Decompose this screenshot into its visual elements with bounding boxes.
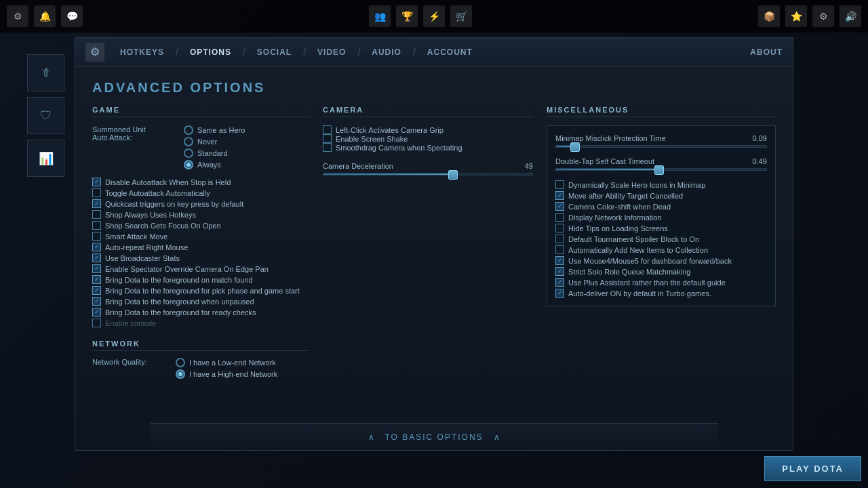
cb-shop-hotkeys-box[interactable] xyxy=(92,210,101,219)
cb-smart-attack[interactable]: Smart Attack Move xyxy=(92,232,309,241)
radio-high-end[interactable]: I have a High-end Network xyxy=(176,369,277,379)
cb-tournament-spoiler-box[interactable] xyxy=(555,235,564,243)
nav-about[interactable]: ABOUT xyxy=(750,47,783,57)
cb-foreground-unpause-box[interactable] xyxy=(92,297,101,306)
cb-camera-colorshift-box[interactable] xyxy=(555,202,564,211)
cb-foreground-match[interactable]: Bring Dota to the foreground on match fo… xyxy=(92,275,309,284)
cb-hide-tips-box[interactable] xyxy=(555,224,564,232)
cb-display-network[interactable]: Display Network Information xyxy=(555,213,767,222)
radio-same-as-hero[interactable]: Same as Hero xyxy=(184,125,245,135)
game-checkbox-list: Disable Autoattack When Stop is Held Tog… xyxy=(92,178,309,327)
cb-mouse45-label: Use Mouse4/Mouse5 for dashboard forward/… xyxy=(568,257,732,265)
radio-btn-low-end[interactable] xyxy=(176,358,185,367)
top-icon-3[interactable]: 💬 xyxy=(61,5,83,27)
cb-auto-add-items-box[interactable] xyxy=(555,245,564,254)
cb-auto-deliver[interactable]: Auto-deliver ON by default in Turbo game… xyxy=(555,289,767,298)
top-icon-1[interactable]: ⚙ xyxy=(7,5,28,27)
cb-plus-assistant-box[interactable] xyxy=(555,278,564,287)
cb-camera-colorshift[interactable]: Camera Color-shift when Dead xyxy=(555,202,767,211)
cb-smart-attack-box[interactable] xyxy=(92,232,101,241)
cb-foreground-ready-box[interactable] xyxy=(92,308,101,317)
top-icon-11[interactable]: 🔊 xyxy=(840,5,861,27)
cb-plus-assistant[interactable]: Use Plus Assistant rather than the defau… xyxy=(555,278,767,287)
slider-thumb-doubletap[interactable] xyxy=(654,165,664,175)
nav-social[interactable]: SOCIAL xyxy=(250,45,298,60)
slider-thumb-minimap[interactable] xyxy=(570,142,580,152)
cb-shop-hotkeys[interactable]: Shop Always Uses Hotkeys xyxy=(92,210,309,219)
side-icon-2[interactable]: 🛡 xyxy=(27,97,64,134)
cb-disable-autoattack[interactable]: Disable Autoattack When Stop is Held xyxy=(92,178,309,186)
cb-shop-search-box[interactable] xyxy=(92,221,101,230)
cb-screen-shake-box[interactable] xyxy=(323,134,332,143)
top-icon-2[interactable]: 🔔 xyxy=(34,5,56,27)
settings-icon[interactable]: ⚙ xyxy=(85,43,104,62)
cb-spectator-camera-box[interactable] xyxy=(92,264,101,273)
cb-hide-tips[interactable]: Hide Tips on Loading Screens xyxy=(555,224,767,232)
cb-screen-shake[interactable]: Enable Screen Shake xyxy=(323,134,533,143)
cb-strict-solo-box[interactable] xyxy=(555,267,564,276)
cb-quickcast[interactable]: Quickcast triggers on key press by defau… xyxy=(92,199,309,208)
cb-autorepeat-box[interactable] xyxy=(92,243,101,251)
top-icon-7[interactable]: 🛒 xyxy=(450,5,472,27)
chevron-left-icon: ∧ xyxy=(368,432,374,442)
nav-video[interactable]: VIDEO xyxy=(311,45,353,60)
cb-tournament-spoiler[interactable]: Default Tournament Spoiler Block to On xyxy=(555,235,767,243)
nav-account[interactable]: ACCOUNT xyxy=(420,45,479,60)
cb-smoothdrag-box[interactable] xyxy=(323,143,332,152)
slider-track-minimap[interactable] xyxy=(555,145,767,148)
top-icon-5[interactable]: 🏆 xyxy=(396,5,418,27)
top-icon-9[interactable]: ⭐ xyxy=(785,5,807,27)
radio-btn-always[interactable] xyxy=(184,160,193,169)
cb-move-after-ability-box[interactable] xyxy=(555,191,564,200)
slider-track-decel[interactable] xyxy=(323,173,533,176)
nav-hotkeys[interactable]: HOTKEYS xyxy=(113,45,171,60)
cb-strict-solo[interactable]: Strict Solo Role Queue Matchmaking xyxy=(555,267,767,276)
cb-move-after-ability[interactable]: Move after Ability Target Cancelled xyxy=(555,191,767,200)
cb-auto-deliver-box[interactable] xyxy=(555,289,564,298)
top-icon-6[interactable]: ⚡ xyxy=(423,5,445,27)
cb-broadcaster-box[interactable] xyxy=(92,253,101,262)
radio-btn-standard[interactable] xyxy=(184,148,193,158)
side-icon-3[interactable]: 📊 xyxy=(27,140,64,177)
side-icon-1[interactable]: 🗡 xyxy=(27,54,64,92)
cb-foreground-ready[interactable]: Bring Dota to the foreground for ready c… xyxy=(92,308,309,317)
radio-never[interactable]: Never xyxy=(184,137,245,146)
radio-btn-high-end[interactable] xyxy=(176,369,185,379)
cb-dynamic-scale[interactable]: Dynamically Scale Hero Icons in Minimap xyxy=(555,180,767,189)
cb-auto-add-items[interactable]: Automatically Add New Items to Collectio… xyxy=(555,245,767,254)
radio-btn-same-as-hero[interactable] xyxy=(184,125,193,135)
cb-toggle-autoattack-box[interactable] xyxy=(92,188,101,197)
top-icon-10[interactable]: ⚙ xyxy=(812,5,834,27)
cb-autorepeat[interactable]: Auto-repeat Right Mouse xyxy=(92,243,309,251)
cb-foreground-match-box[interactable] xyxy=(92,275,101,284)
radio-always[interactable]: Always xyxy=(184,160,245,169)
cb-broadcaster[interactable]: Use Broadcaster Stats xyxy=(92,253,309,262)
cb-display-network-box[interactable] xyxy=(555,213,564,222)
play-dota-button[interactable]: PLAY DOTA xyxy=(764,456,861,481)
nav-audio[interactable]: AUDIO xyxy=(365,45,408,60)
top-icon-8[interactable]: 📦 xyxy=(758,5,780,27)
cb-smoothdrag[interactable]: Smoothdrag Camera when Spectating xyxy=(323,143,533,152)
radio-low-end[interactable]: I have a Low-end Network xyxy=(176,358,277,367)
cb-shop-search[interactable]: Shop Search Gets Focus On Open xyxy=(92,221,309,230)
radio-btn-never[interactable] xyxy=(184,137,193,146)
cb-spectator-camera[interactable]: Enable Spectator Override Camera On Edge… xyxy=(92,264,309,273)
cb-camera-grip-box[interactable] xyxy=(323,125,332,134)
cb-quickcast-box[interactable] xyxy=(92,199,101,208)
top-icon-4[interactable]: 👥 xyxy=(369,5,391,27)
cb-toggle-autoattack[interactable]: Toggle Autoattack Automatically xyxy=(92,188,309,197)
cb-foreground-pick[interactable]: Bring Dota to the foreground for pick ph… xyxy=(92,286,309,295)
to-basic-options-bar[interactable]: ∧ TO BASIC OPTIONS ∧ xyxy=(150,423,718,450)
cb-mouse45[interactable]: Use Mouse4/Mouse5 for dashboard forward/… xyxy=(555,256,767,265)
radio-standard[interactable]: Standard xyxy=(184,148,245,158)
nav-options[interactable]: OPTIONS xyxy=(183,45,238,60)
cb-dynamic-scale-box[interactable] xyxy=(555,180,564,189)
double-tap-slider: Double-Tap Self Cast Timeout 0.49 xyxy=(555,157,767,171)
cb-disable-autoattack-box[interactable] xyxy=(92,178,101,186)
slider-thumb-decel[interactable] xyxy=(448,170,458,180)
cb-foreground-unpause[interactable]: Bring Dota to the foreground when unpaus… xyxy=(92,297,309,306)
slider-track-doubletap[interactable] xyxy=(555,168,767,171)
cb-camera-grip[interactable]: Left-Click Activates Camera Grip xyxy=(323,125,533,134)
cb-mouse45-box[interactable] xyxy=(555,256,564,265)
cb-foreground-pick-box[interactable] xyxy=(92,286,101,295)
